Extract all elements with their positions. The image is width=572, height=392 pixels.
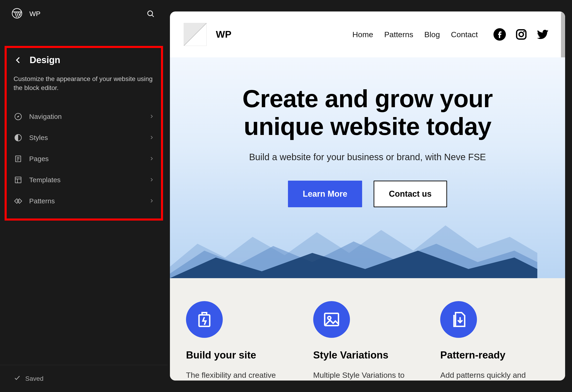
sidebar-item-navigation[interactable]: Navigation (14, 106, 154, 127)
sidebar-item-templates[interactable]: Templates (14, 169, 154, 190)
sidebar-item-label: Styles (29, 134, 143, 141)
feature-build: Build your site The flexibility and crea… (186, 301, 295, 380)
sidebar: WP Design Customize the appearance of yo… (0, 0, 168, 392)
download-doc-icon (440, 301, 477, 338)
twitter-icon[interactable] (537, 28, 549, 41)
panel-header: Design (14, 55, 154, 65)
saved-label: Saved (25, 375, 43, 382)
social-links (493, 28, 549, 41)
search-icon[interactable] (145, 8, 156, 19)
sidebar-item-label: Pages (29, 155, 143, 163)
wordpress-logo-icon[interactable] (12, 8, 22, 20)
learn-more-button[interactable]: Learn More (288, 181, 362, 207)
facebook-icon[interactable] (493, 28, 506, 41)
svg-point-1 (148, 11, 152, 16)
patterns-icon (14, 196, 23, 206)
svg-rect-10 (15, 177, 21, 183)
sidebar-item-patterns[interactable]: Patterns (14, 190, 154, 212)
feature-desc: Multiple Style Variations to (313, 370, 422, 380)
saved-status: Saved (0, 365, 168, 392)
contact-us-button[interactable]: Contact us (374, 181, 447, 207)
sidebar-item-label: Patterns (29, 197, 143, 205)
layout-icon (14, 175, 23, 185)
image-icon (313, 301, 350, 338)
svg-marker-4 (17, 116, 19, 118)
feature-title: Pattern-ready (440, 349, 549, 361)
svg-point-18 (523, 31, 525, 32)
svg-line-2 (152, 15, 154, 17)
sidebar-item-label: Templates (29, 176, 143, 184)
preview-brand[interactable]: WP (216, 29, 231, 40)
hero-actions: Learn More Contact us (170, 181, 565, 207)
chevron-right-icon (149, 197, 154, 205)
svg-point-17 (519, 32, 524, 37)
sidebar-item-label: Navigation (29, 113, 143, 121)
feature-desc: Add patterns quickly and (440, 370, 549, 380)
sidebar-top-bar: WP (0, 0, 168, 28)
instagram-icon[interactable] (515, 28, 527, 41)
feature-title: Build your site (186, 349, 295, 361)
chevron-right-icon (149, 113, 154, 121)
panel-description: Customize the appearance of your website… (14, 74, 154, 92)
preview-header: WP Home Patterns Blog Contact (170, 12, 565, 57)
page-icon (14, 154, 23, 163)
hero-subtitle: Build a website for your business or bra… (170, 152, 565, 162)
svg-rect-20 (202, 313, 207, 315)
chevron-right-icon (149, 134, 154, 141)
feature-desc: The flexibility and creative (186, 370, 295, 380)
chevron-right-icon (149, 155, 154, 163)
feature-patterns: Pattern-ready Add patterns quickly and (440, 301, 549, 380)
nav-link-blog[interactable]: Blog (424, 30, 440, 39)
hero-section: Create and grow your unique website toda… (170, 57, 565, 278)
sidebar-item-pages[interactable]: Pages (14, 148, 154, 169)
check-icon (14, 374, 21, 383)
nav-link-home[interactable]: Home (352, 30, 373, 39)
svg-point-22 (328, 316, 331, 319)
site-logo-placeholder[interactable] (184, 23, 207, 46)
site-preview-frame[interactable]: WP Home Patterns Blog Contact (170, 12, 565, 380)
panel-title: Design (30, 55, 60, 65)
design-menu: Navigation Styles Pages (14, 106, 154, 212)
feature-styles: Style Variations Multiple Style Variatio… (313, 301, 422, 380)
design-panel: Design Customize the appearance of your … (5, 46, 163, 220)
back-icon[interactable] (14, 56, 23, 65)
contrast-icon (14, 133, 23, 142)
nav-link-patterns[interactable]: Patterns (384, 30, 413, 39)
chevron-right-icon (149, 176, 154, 184)
preview-area: WP Home Patterns Blog Contact (168, 0, 572, 392)
features-section: Build your site The flexibility and crea… (170, 278, 565, 380)
sidebar-item-styles[interactable]: Styles (14, 127, 154, 148)
feature-title: Style Variations (313, 349, 422, 361)
preview-nav: Home Patterns Blog Contact (352, 28, 549, 41)
hero-mountains-image (170, 205, 537, 278)
nav-link-contact[interactable]: Contact (451, 30, 478, 39)
battery-icon (186, 301, 223, 338)
compass-icon (14, 112, 23, 121)
svg-rect-16 (517, 30, 526, 39)
hero-title: Create and grow your unique website toda… (170, 85, 565, 141)
site-name[interactable]: WP (29, 10, 40, 18)
